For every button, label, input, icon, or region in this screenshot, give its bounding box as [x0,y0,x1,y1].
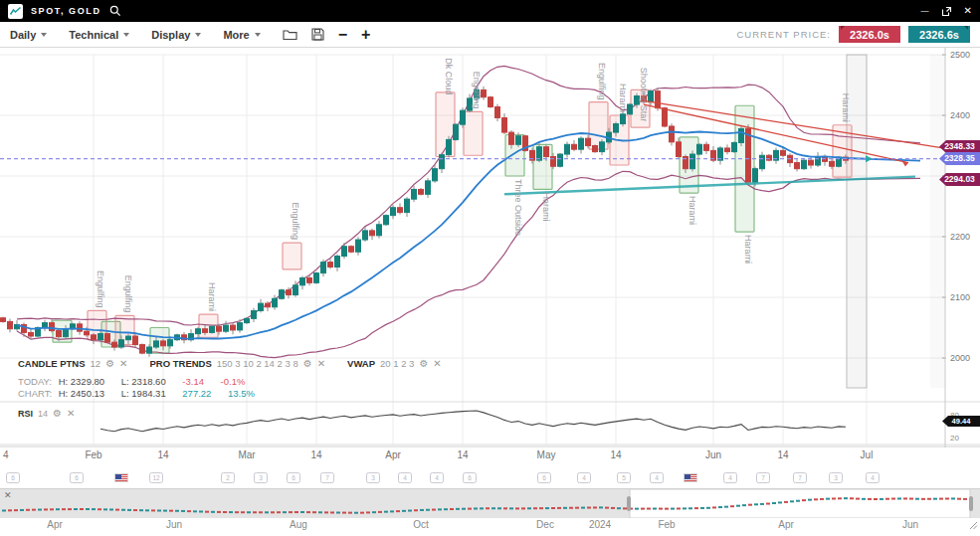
price-badge-upper: 2348.33 [939,140,980,153]
svg-text:2400: 2400 [950,110,970,120]
calendar-event-icon[interactable]: 6 [70,472,84,483]
titlebar: SPOT, GOLD — ✕ [0,0,980,22]
calendar-event-icon[interactable]: 4 [398,472,412,483]
menu-periodicity[interactable]: Daily [10,29,47,41]
zoom-out-button[interactable]: − [338,27,347,43]
navigator-axis-label: Dec [536,519,554,530]
main-chart[interactable]: 250024002300220021002000EngulfingEngulfi… [0,48,980,447]
svg-text:2500: 2500 [950,50,970,60]
calendar-event-icon[interactable]: 4 [866,472,880,483]
chevron-down-icon [123,33,129,37]
study-vwap[interactable]: VWAP20 1 2 3 ⚙ ✕ [347,358,442,369]
time-axis[interactable]: 4Feb14Mar14Apr14May14Jun14Jul [0,447,980,467]
calendar-event-icon[interactable]: 3 [366,472,380,483]
svg-text:20: 20 [950,434,959,443]
close-icon[interactable]: ✕ [67,408,75,419]
gear-icon[interactable]: ⚙ [53,408,62,419]
symbol-title: SPOT, GOLD [31,6,101,16]
calendar-event-icon[interactable]: 6 [463,472,477,483]
time-axis-label: 4 [3,449,9,460]
time-axis-label: May [537,449,556,460]
calendar-event-icon[interactable]: 2 [221,472,235,483]
calendar-event-icon[interactable]: 7 [793,472,807,483]
calendar-event-icon[interactable]: 4 [430,472,444,483]
range-navigator[interactable]: ✕ [0,488,980,518]
svg-text:Harami: Harami [687,196,697,225]
time-axis-label: Mar [238,449,255,460]
minimize-button[interactable]: — [921,6,929,16]
close-button[interactable]: ✕ [964,6,972,16]
save-icon[interactable] [311,28,324,41]
calendar-event-icon[interactable]: 6 [6,472,20,483]
navigator-axis-label: Apr [778,519,794,530]
calendar-event-icon[interactable]: 12 [149,472,163,483]
svg-text:Engulfing: Engulfing [597,63,607,100]
calendar-event-icon[interactable]: 4 [723,472,737,483]
rsi-value-badge: 49.44 [942,416,980,427]
svg-text:Engulfing: Engulfing [472,72,482,109]
time-axis-label: Jun [705,449,721,460]
time-axis-label: 14 [610,449,621,460]
navigator-axis: AprJunAugOctDec2024FebAprJun [0,518,980,536]
symbol-search-icon[interactable] [109,5,121,17]
us-flag-event-icon[interactable] [114,473,128,482]
menu-technical[interactable]: Technical [69,29,129,41]
price-badge-lower: 2294.03 [939,173,980,186]
navigator-axis-label: Apr [47,519,63,530]
svg-text:2200: 2200 [950,232,970,242]
open-folder-icon[interactable] [283,28,297,41]
trading-app-window: SPOT, GOLD — ✕ Daily Technical Display M… [0,0,980,536]
close-icon[interactable]: ✕ [119,358,127,369]
chevron-down-icon [41,33,47,37]
svg-text:Harami: Harami [541,192,551,221]
time-axis-label: Jul [861,449,874,460]
calendar-event-icon[interactable]: 6 [287,472,300,483]
svg-text:Engulfing: Engulfing [291,203,300,241]
gear-icon[interactable]: ⚙ [419,358,428,369]
navigator-axis-label: Aug [290,519,307,530]
studies-legend: CANDLE PTNS12 ⚙ ✕ PRO TRENDS150 3 10 2 1… [18,358,442,369]
svg-text:Harami: Harami [618,84,628,112]
gear-icon[interactable]: ⚙ [105,358,114,369]
time-axis-label: Feb [85,449,101,460]
us-flag-event-icon[interactable] [684,473,697,482]
ask-price-badge: 2326.6s [908,26,970,43]
navigator-close-icon[interactable]: ✕ [4,490,12,500]
close-icon[interactable]: ✕ [433,358,441,369]
study-candle-patterns[interactable]: CANDLE PTNS12 ⚙ ✕ [18,358,128,369]
svg-text:Dk Cloud: Dk Cloud [444,58,454,94]
popout-button[interactable] [941,6,952,17]
time-axis-label: 14 [777,449,788,460]
svg-text:2000: 2000 [950,353,970,363]
svg-text:Engulfing: Engulfing [123,275,133,313]
time-axis-label: 14 [310,449,321,460]
close-icon[interactable]: ✕ [317,358,325,369]
calendar-event-icon[interactable]: 4 [650,472,664,483]
zoom-in-button[interactable]: + [361,27,370,43]
calendar-event-icon[interactable]: 7 [320,472,334,483]
study-rsi[interactable]: RSI14 ⚙ ✕ [18,408,75,419]
calendar-event-icon[interactable]: 4 [577,472,591,483]
time-axis-label: 14 [457,449,468,460]
svg-text:Three Outside: Three Outside [513,179,523,236]
calendar-event-icon[interactable]: 5 [617,472,631,483]
svg-text:2100: 2100 [950,292,970,302]
svg-text:Engulfing: Engulfing [96,270,105,308]
menu-more[interactable]: More [223,29,260,41]
calendar-event-icon[interactable]: 7 [756,472,770,483]
price-badge-current: 2328.35 [939,152,980,165]
svg-text:Shooting Star: Shooting Star [639,68,649,122]
study-pro-trends[interactable]: PRO TRENDS150 3 10 2 14 2 3 8 ⚙ ✕ [150,358,326,369]
menu-display[interactable]: Display [151,29,201,41]
economic-events-row: 661223673446645447734 [0,468,980,488]
calendar-event-icon[interactable]: 3 [254,472,268,483]
svg-text:Harami: Harami [743,235,753,264]
gear-icon[interactable]: ⚙ [303,358,312,369]
resize-grip[interactable] [969,516,978,534]
bid-price-badge: 2326.0s [839,26,900,43]
current-price-label: CURRENT PRICE: [736,29,831,40]
time-axis-label: 14 [157,449,168,460]
calendar-event-icon[interactable]: 6 [537,472,551,483]
calendar-event-icon[interactable]: 3 [829,472,843,483]
navigator-axis-label: Jun [902,519,918,530]
